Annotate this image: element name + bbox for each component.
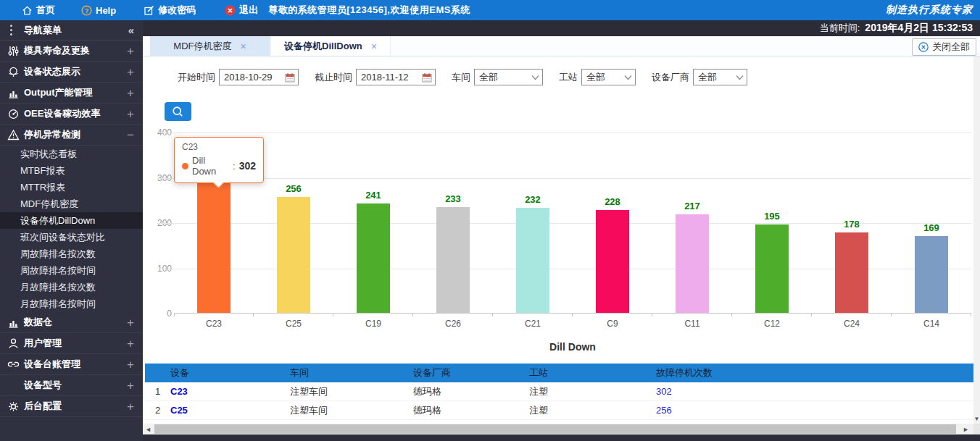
expand-toggle-icon[interactable]: +	[127, 45, 134, 57]
bar-C11[interactable]	[676, 214, 709, 313]
sidebar-group-5[interactable]: 数据仓+	[0, 312, 143, 333]
expand-toggle-icon[interactable]: +	[127, 379, 134, 392]
bar-C12[interactable]	[755, 224, 789, 313]
scroll-left-arrow-icon[interactable]: ◄	[143, 424, 154, 434]
sidebar-group-4[interactable]: 停机异常检测−	[0, 125, 143, 146]
sidebar-item-MTTR报表[interactable]: MTTR报表	[0, 179, 143, 196]
bar-C26[interactable]	[436, 207, 470, 313]
vendor-select[interactable]: 全部	[693, 69, 747, 85]
content-area: 当前时间: 2019年4月2日 15:32:53 MDF停机密度×设备停机Dil…	[143, 20, 980, 441]
sidebar-group-9[interactable]: 后台配置+	[0, 396, 143, 417]
device-link[interactable]: C25	[170, 405, 290, 416]
bar-value-label: 232	[493, 194, 573, 205]
bar-C23[interactable]	[197, 176, 231, 313]
bar-C19[interactable]	[357, 203, 390, 313]
sidebar-item-周故障排名按时间[interactable]: 周故障排名按时间	[0, 262, 143, 279]
x-tick-label: C21	[493, 319, 573, 329]
horizontal-scroll-thumb[interactable]	[154, 424, 956, 434]
bar-C21[interactable]	[516, 208, 549, 313]
end-date-input[interactable]: 2018-11-12	[356, 69, 436, 85]
sidebar-group-3[interactable]: OEE设备稼动效率+	[0, 104, 143, 125]
y-tick-label: 0	[153, 308, 172, 319]
count-link[interactable]: 302	[656, 386, 973, 397]
sidebar: 导航菜单 « 模具寿命及更换+设备状态展示+Output产能管理+OEE设备稼动…	[0, 20, 143, 441]
expand-toggle-icon[interactable]: −	[127, 129, 134, 141]
x-tick-label: C14	[892, 319, 971, 329]
calendar-icon	[422, 72, 432, 83]
bar-C25[interactable]	[277, 197, 310, 313]
sidebar-item-MTBF报表[interactable]: MTBF报表	[0, 162, 143, 179]
sidebar-group-7[interactable]: 设备台账管理+	[0, 354, 143, 375]
current-time-value: 2019年4月2日 15:32:53	[865, 22, 973, 35]
bar-C14[interactable]	[915, 236, 948, 313]
expand-toggle-icon[interactable]: +	[127, 316, 134, 329]
scrollbar-corner	[973, 424, 980, 434]
chart-column-C11: 217	[652, 133, 732, 313]
expand-toggle-icon[interactable]: +	[127, 400, 134, 413]
sidebar-item-实时状态看板[interactable]: 实时状态看板	[0, 146, 143, 162]
workshop-cell: 注塑车间	[290, 385, 413, 398]
bar-C24[interactable]	[835, 232, 868, 313]
sidebar-item-设备停机DillDown[interactable]: 设备停机DillDown	[0, 212, 143, 229]
sidebar-item-月故障排名按次数[interactable]: 月故障排名按次数	[0, 279, 143, 295]
x-tick-label: C19	[333, 319, 413, 329]
chart-column-C12: 195	[732, 133, 812, 313]
sidebar-group-0[interactable]: 模具寿命及更换+	[0, 41, 143, 62]
bar-C9[interactable]	[596, 210, 629, 314]
expand-toggle-icon[interactable]: +	[127, 66, 134, 78]
welcome-text: 尊敬的系统管理员[123456],欢迎使用EMS系统	[268, 4, 470, 17]
chart-column-C26: 233	[413, 133, 493, 313]
start-date-input[interactable]: 2018-10-29	[219, 69, 299, 85]
device-link[interactable]: C23	[170, 386, 290, 397]
tab-设备停机DillDown[interactable]: 设备停机DillDown×	[270, 36, 391, 56]
row-number: 1	[145, 386, 170, 397]
gear-icon	[7, 400, 20, 413]
chart-plot-area: 302256241233232228217195178169	[174, 133, 971, 314]
end-date-label: 截止时间	[315, 71, 352, 84]
close-all-label: 关闭全部	[932, 41, 970, 54]
data-table: 设备车间设备厂商工站故障停机次数 1C23注塑车间德玛格注塑3022C25注塑车…	[145, 364, 973, 420]
expand-toggle-icon[interactable]: +	[127, 358, 134, 371]
x-tick-label: C9	[573, 319, 652, 329]
change-password-button[interactable]: 修改密码	[144, 4, 196, 17]
top-bar: 首页 ? Help 修改密码 退出 尊敬的系统管理员[123456],欢迎使用E…	[0, 0, 980, 20]
tab-MDF停机密度[interactable]: MDF停机密度×	[150, 36, 270, 56]
help-button[interactable]: ? Help	[81, 5, 116, 16]
bar-value-label: 241	[333, 190, 413, 201]
sidebar-menu: 模具寿命及更换+设备状态展示+Output产能管理+OEE设备稼动效率+停机异常…	[0, 41, 143, 417]
sidebar-group-6[interactable]: 用户管理+	[0, 333, 143, 354]
sidebar-group-8[interactable]: 设备型号+	[0, 375, 143, 396]
sidebar-item-月故障排名按时间[interactable]: 月故障排名按时间	[0, 295, 143, 312]
sidebar-group-2[interactable]: Output产能管理+	[0, 83, 143, 104]
search-button[interactable]	[165, 102, 191, 121]
close-all-button[interactable]: 关闭全部	[912, 38, 976, 56]
vertical-scrollbar[interactable]: ▼	[973, 56, 980, 424]
scroll-down-arrow-icon[interactable]: ▼	[973, 416, 980, 422]
tooltip-value: 302	[239, 160, 256, 172]
workshop-cell: 注塑车间	[290, 404, 413, 417]
expand-toggle-icon[interactable]: +	[127, 337, 134, 350]
sidebar-collapse-icon[interactable]: «	[128, 24, 134, 36]
scroll-right-arrow-icon[interactable]: ►	[960, 424, 971, 434]
expand-toggle-icon[interactable]: +	[127, 108, 134, 120]
station-select[interactable]: 全部	[581, 69, 636, 85]
sidebar-item-班次间设备状态对比[interactable]: 班次间设备状态对比	[0, 229, 143, 245]
workshop-select[interactable]: 全部	[474, 69, 543, 85]
table-body: 1C23注塑车间德玛格注塑3022C25注塑车间德玛格注塑256	[145, 382, 973, 420]
sidebar-group-1[interactable]: 设备状态展示+	[0, 62, 143, 83]
sidebar-item-周故障排名按次数[interactable]: 周故障排名按次数	[0, 245, 143, 262]
sidebar-group-label: OEE设备稼动效率	[24, 107, 127, 120]
home-button[interactable]: 首页	[22, 4, 55, 17]
sidebar-item-MDF停机密度[interactable]: MDF停机密度	[0, 196, 143, 212]
bottom-strip	[143, 434, 980, 441]
barchart-icon	[7, 87, 20, 99]
count-link[interactable]: 256	[656, 405, 973, 416]
expand-toggle-icon[interactable]: +	[127, 87, 134, 99]
tab-close-icon[interactable]: ×	[240, 41, 246, 52]
change-password-label: 修改密码	[158, 4, 196, 17]
horizontal-scrollbar[interactable]: ◄ ►	[143, 424, 973, 434]
logout-button[interactable]: 退出	[225, 4, 258, 17]
tab-close-icon[interactable]: ×	[371, 41, 377, 52]
status-icon	[7, 66, 20, 78]
info-bar: 当前时间: 2019年4月2日 15:32:53	[143, 20, 980, 36]
